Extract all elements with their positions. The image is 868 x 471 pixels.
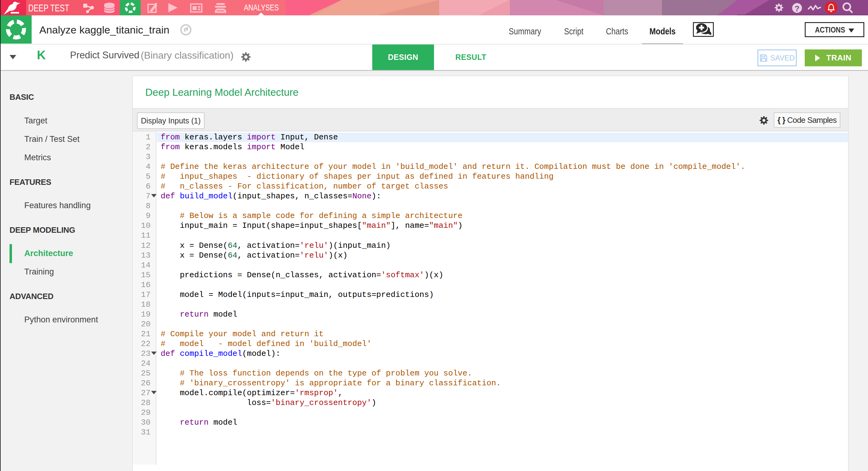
svg-text:?: ? — [795, 4, 800, 13]
